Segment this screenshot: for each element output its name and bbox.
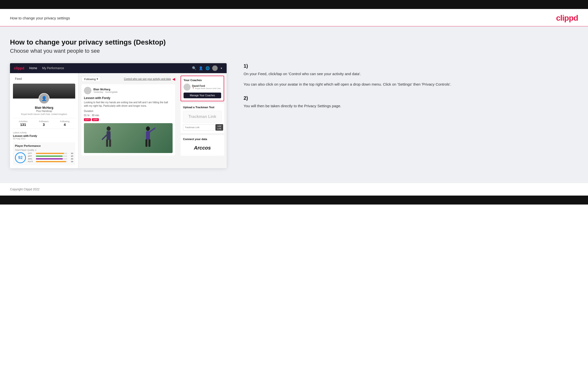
coach-avatar: [184, 84, 191, 91]
stat-followers-label: Followers: [39, 120, 49, 123]
tag-app: APP: [92, 118, 99, 121]
app-val: 85: [68, 155, 73, 157]
arg-val: 86: [68, 158, 73, 160]
trackman-input[interactable]: [183, 124, 214, 131]
app-nav-performance[interactable]: My Performance: [42, 66, 64, 70]
player-performance-section: Player Performance Total Player Quality …: [13, 142, 75, 165]
pp-title: Player Performance: [15, 144, 73, 147]
search-icon[interactable]: 🔍: [192, 66, 196, 70]
app-feed: Following ▾ Control who can see your act…: [78, 73, 178, 168]
coach-info: David Ford 📍 Royal North Devon Golf Club: [192, 85, 221, 90]
tpq-bar-arg: ARG 86: [28, 158, 73, 160]
svg-point-0: [107, 126, 111, 131]
app-right-panel: Your Coaches David Ford 📍 Royal North De…: [178, 73, 227, 168]
person-icon[interactable]: 👤: [199, 66, 203, 70]
profile-cover: 👤: [13, 84, 75, 99]
profile-club: Royal North Devon Golf Club, United King…: [13, 113, 75, 115]
app-nav-home[interactable]: Home: [29, 66, 37, 70]
app-nav-logo: clippd: [14, 66, 24, 70]
following-label: Following: [84, 78, 96, 81]
trackman-title: Upload a Trackman Test: [183, 106, 222, 109]
step1-main-text: On your Feed, click/tap on 'Control who …: [244, 72, 361, 76]
feed-tags: OTT APP: [84, 118, 173, 121]
feed-card-title: Lesson with Fordy: [84, 96, 173, 100]
arccos-logo: Arccos: [183, 143, 222, 153]
profile-avatar-wrap: 👤: [39, 93, 50, 104]
svg-rect-8: [145, 139, 147, 147]
manage-coaches-button[interactable]: Manage Your Coaches: [184, 93, 221, 98]
chevron-icon: ▾: [97, 77, 98, 81]
ott-val: 90: [68, 152, 73, 155]
coach-item: David Ford 📍 Royal North Devon Golf Club: [184, 84, 221, 91]
feed-card-header: Blair McHarg Yesterday · Sunningdale: [84, 87, 173, 94]
feed-card-desc: Looking to feel like my hands are exitin…: [84, 101, 173, 108]
top-bar: [0, 0, 588, 9]
feed-header: Following ▾ Control who can see your act…: [81, 76, 175, 82]
feed-user-avatar: [84, 87, 91, 94]
app-sidebar: Feed 👤 Blair McHarg Plus Handicap Royal …: [10, 73, 78, 168]
app-nav: clippd Home My Performance 🔍 👤 🌐 ▼: [10, 63, 227, 73]
app-mockup: clippd Home My Performance 🔍 👤 🌐 ▼ Feed: [10, 63, 227, 168]
feed-duration-value: 01 hr : 30 min: [84, 114, 173, 117]
stat-following-value: 4: [64, 123, 66, 127]
profile-name: Blair McHarg: [13, 106, 75, 109]
stat-activities-value: 131: [20, 123, 26, 127]
profile-stats: Activities 131 Followers 3 Following 4: [13, 118, 75, 129]
copyright-text: Copyright Clippd 2022: [10, 188, 40, 191]
tpq-row: 92 OTT 90 APP: [15, 152, 73, 163]
latest-activity-name: Lesson with Fordy: [13, 134, 75, 137]
tpq-bar-app: APP 85: [28, 155, 73, 157]
chevron-down-icon[interactable]: ▼: [220, 67, 223, 70]
feed-meta: Yesterday · Sunningdale: [93, 91, 118, 93]
ott-track: [36, 153, 67, 154]
your-coaches-card: Your Coaches David Ford 📍 Royal North De…: [181, 76, 224, 101]
avatar-dropdown[interactable]: [212, 65, 218, 71]
connect-data-title: Connect your data: [183, 138, 222, 141]
app-fill: [36, 156, 63, 157]
golfer-2: [140, 126, 155, 151]
arg-track: [36, 158, 67, 159]
trackman-input-row: Add Link: [183, 124, 222, 131]
putt-label: PUTT: [28, 160, 35, 163]
info-icon: ℹ: [35, 149, 36, 151]
page-subheading: Choose what you want people to see: [10, 48, 578, 54]
step2-number: 2): [244, 95, 578, 101]
stat-followers: Followers 3: [39, 120, 49, 127]
coach-club: 📍 Royal North Devon Golf Club: [192, 87, 221, 90]
golfer-silhouette: [84, 123, 173, 153]
step2-text: You will then be taken directly to the P…: [244, 103, 578, 109]
ott-label: OTT: [28, 152, 35, 155]
add-link-button[interactable]: Add Link: [215, 124, 223, 131]
control-link[interactable]: Control who can see your activity and da…: [124, 78, 171, 80]
trackman-placeholder: Trackman Link: [183, 111, 222, 123]
tag-ott: OTT: [84, 118, 91, 121]
clippd-logo: clippd: [556, 13, 578, 23]
latest-activity-date: 03 Aug 2022: [13, 137, 75, 140]
feed-user-info: Blair McHarg Yesterday · Sunningdale: [93, 88, 118, 93]
step1-number: 1): [244, 63, 578, 69]
putt-val: 96: [68, 160, 73, 163]
tpq-bar-putt: PUTT 96: [28, 160, 73, 163]
browser-title: How to change your privacy settings: [10, 16, 70, 20]
following-button[interactable]: Following ▾: [81, 76, 101, 82]
putt-fill: [36, 161, 66, 162]
instruction-step-1: 1) On your Feed, click/tap on 'Control w…: [244, 63, 578, 87]
arg-label: ARG: [28, 158, 35, 160]
globe-icon[interactable]: 🌐: [205, 66, 210, 70]
duration-label: Duration: [84, 110, 93, 112]
instructions-panel: 1) On your Feed, click/tap on 'Control w…: [239, 63, 578, 117]
feed-username: Blair McHarg: [93, 88, 118, 91]
sidebar-feed-tab[interactable]: Feed: [13, 76, 75, 82]
stat-following: Following 4: [60, 120, 69, 127]
golfer-1: [101, 126, 116, 151]
stat-following-label: Following: [60, 120, 69, 123]
putt-track: [36, 161, 67, 162]
coach-name: David Ford: [192, 85, 221, 87]
stat-activities: Activities 131: [19, 120, 28, 127]
upload-trackman-card: Upload a Trackman Test Trackman Link Add…: [181, 103, 224, 133]
tpq-label: Total Player Quality ℹ: [15, 149, 73, 151]
pin-icon: 📍: [192, 87, 195, 90]
header: How to change your privacy settings clip…: [0, 9, 588, 26]
instruction-step-2: 2) You will then be taken directly to th…: [244, 95, 578, 109]
app-label: APP: [28, 155, 35, 157]
